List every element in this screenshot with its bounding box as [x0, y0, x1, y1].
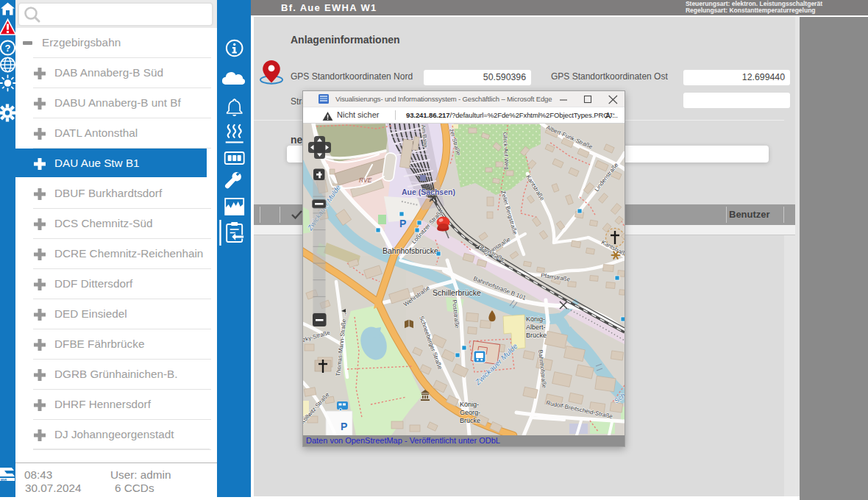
svg-text:Albert-: Albert-	[526, 324, 546, 331]
svg-text:MSR: MSR	[1, 479, 7, 482]
svg-text:Schillerbrücke: Schillerbrücke	[433, 288, 481, 297]
svg-text:?: ?	[5, 43, 11, 54]
svg-text:Georg-: Georg-	[460, 409, 480, 416]
svg-text:König-: König-	[526, 315, 545, 323]
svg-text:P: P	[399, 218, 406, 229]
svg-text:RVE: RVE	[359, 176, 372, 184]
svg-text:König-: König-	[460, 401, 479, 408]
svg-text:Brücke: Brücke	[460, 417, 480, 424]
svg-text:Aue (Sachsen): Aue (Sachsen)	[402, 188, 455, 196]
svg-text:Bahnhofsbrücke: Bahnhofsbrücke	[383, 246, 438, 255]
svg-text:Brücke: Brücke	[526, 332, 547, 339]
svg-text:P: P	[341, 421, 347, 432]
